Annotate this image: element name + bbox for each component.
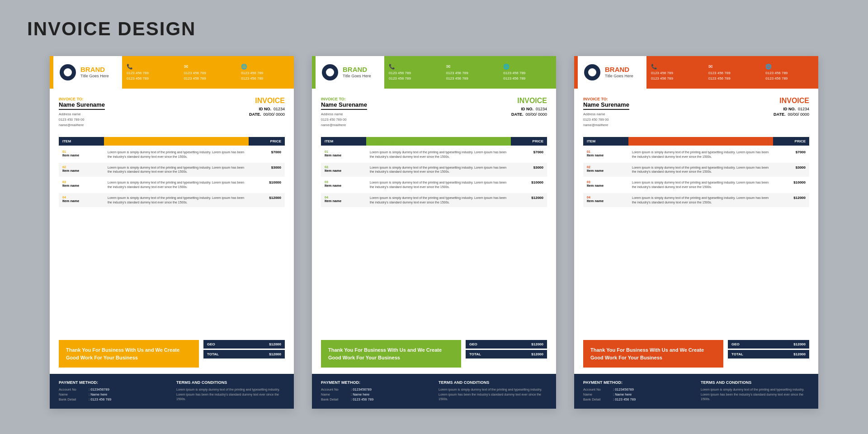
- td-price: $10000: [511, 178, 547, 192]
- contact-block-0: 📞 0123 456 789 0123 456 789: [122, 56, 179, 89]
- brand-logo: [60, 64, 76, 80]
- td-item: 02 Item name: [321, 163, 366, 177]
- invoice-footer-top: Thank You For Business With Us and We Cr…: [321, 340, 547, 368]
- td-item: 04 Item name: [583, 193, 628, 208]
- td-price: $10000: [773, 178, 809, 192]
- thank-you-block: Thank You For Business With Us and We Cr…: [59, 340, 199, 368]
- contact-line1-2: 0123 456 789: [765, 71, 788, 75]
- contact-line2-1: 0123 456 789: [708, 76, 731, 81]
- invoice-totals: GEO $12000 TOTAL $12000: [203, 340, 285, 368]
- td-item-num: 03: [587, 180, 625, 184]
- brand-name: BRAND: [80, 66, 109, 74]
- contact-line2-1: 0123 456 789: [184, 76, 206, 81]
- contact-icon-2: 🌐: [241, 64, 247, 70]
- td-item: 04 Item name: [59, 193, 104, 208]
- brand-logo-inner: [588, 68, 596, 76]
- payment-footer: PAYMENT METHOD: Account No : 0123456789 …: [50, 374, 294, 409]
- total-label: TOTAL: [469, 352, 481, 356]
- table-row: 01 Item name Lorem ipsum is simply dummy…: [59, 147, 285, 162]
- td-item-num: 02: [325, 165, 363, 169]
- th-desc: DESCRIPTION: [628, 137, 773, 146]
- invoice-to-details: Address name 0123 450 789 00 name@mailhe…: [59, 112, 105, 128]
- payment-title: PAYMENT METHOD:: [59, 380, 167, 385]
- td-desc: Lorem ipsum is simply dummy text of the …: [366, 147, 511, 162]
- td-price: $3000: [511, 163, 547, 177]
- brand-logo-inner: [326, 68, 334, 76]
- brand-logo-inner: [64, 68, 72, 76]
- payment-title: PAYMENT METHOD:: [321, 380, 429, 385]
- payment-method: PAYMENT METHOD: Account No : 0123456789 …: [321, 380, 429, 402]
- invoice-info-row: INVOICE TO: Name Surename Address name 0…: [312, 89, 556, 132]
- td-item-num: 04: [587, 196, 625, 199]
- td-item: 01 Item name: [59, 147, 104, 162]
- terms-block: TERMS AND CONDITIONS Lorem ipsum is simp…: [439, 380, 547, 402]
- total-row-total: TOTAL $12000: [728, 350, 809, 359]
- td-item-num: 01: [62, 150, 100, 153]
- invoice-id: ID NO. 01234: [249, 107, 285, 111]
- contact-icon-0: 📞: [389, 64, 395, 70]
- td-item: 02 Item name: [59, 163, 104, 177]
- contact-line1-2: 0123 456 789: [503, 71, 525, 75]
- td-item-name: Item name: [62, 153, 100, 157]
- header-contacts: 📞 0123 456 789 0123 456 789 ✉ 0123 456 7…: [122, 56, 294, 89]
- td-item-num: 02: [62, 165, 100, 169]
- td-item-name: Item name: [325, 169, 363, 173]
- payment-account: Account No : 0123456789: [321, 387, 429, 392]
- brand-block: BRAND Title Goes Here: [312, 56, 384, 89]
- th-item: ITEM: [321, 137, 366, 146]
- payment-bank: Bank Detail : 0123 456 789: [583, 397, 692, 401]
- contact-block-2: 🌐 0123 456 789 0123 456 789: [761, 56, 818, 89]
- contact-block-0: 📞 0123 456 789 0123 456 789: [646, 56, 704, 89]
- brand-subtitle: Title Goes Here: [343, 74, 371, 79]
- invoice-header: BRAND Title Goes Here 📞 0123 456 789 012…: [312, 56, 556, 89]
- contact-line2-0: 0123 456 789: [389, 76, 411, 81]
- terms-title: TERMS AND CONDITIONS: [439, 380, 547, 385]
- contact-block-0: 📞 0123 456 789 0123 456 789: [384, 56, 442, 89]
- contact-line1-1: 0123 456 789: [708, 71, 731, 75]
- brand-logo: [322, 64, 338, 80]
- brand-block: BRAND Title Goes Here: [574, 56, 646, 89]
- header-contacts: 📞 0123 456 789 0123 456 789 ✉ 0123 456 7…: [646, 56, 818, 89]
- td-desc: Lorem ipsum is simply dummy text of the …: [104, 147, 249, 162]
- thank-you-block: Thank You For Business With Us and We Cr…: [583, 340, 723, 368]
- td-price: $3000: [773, 163, 809, 177]
- terms-text: Lorem ipsum is simply dummy text of the …: [701, 387, 809, 402]
- td-desc: Lorem ipsum is simply dummy text of the …: [104, 163, 249, 177]
- total-row-geo: GEO $12000: [203, 340, 285, 349]
- payment-name: Name : Name here: [321, 392, 429, 396]
- contact-icon-2: 🌐: [765, 64, 772, 70]
- td-desc: Lorem ipsum is simply dummy text of the …: [628, 178, 773, 192]
- invoice-card-orange: BRAND Title Goes Here 📞 0123 456 789 012…: [574, 56, 818, 409]
- payment-footer: PAYMENT METHOD: Account No : 0123456789 …: [574, 374, 818, 409]
- invoice-to-block: INVOICE TO: Name Surename Address name 0…: [583, 97, 629, 128]
- contact-line1-0: 0123 456 789: [127, 71, 149, 75]
- contact-line1-0: 0123 456 789: [389, 71, 411, 75]
- terms-title: TERMS AND CONDITIONS: [701, 380, 809, 385]
- contact-icon-1: ✉: [184, 64, 188, 70]
- invoice-to-name: Name Surename: [321, 101, 367, 110]
- invoice-card-green: BRAND Title Goes Here 📞 0123 456 789 012…: [312, 56, 556, 409]
- td-desc: Lorem ipsum is simply dummy text of the …: [104, 193, 249, 208]
- td-item-name: Item name: [587, 184, 625, 188]
- th-item: ITEM: [583, 137, 628, 146]
- invoice-to-label: INVOICE TO:: [59, 97, 105, 101]
- total-label: GEO: [731, 342, 740, 346]
- invoice-meta-title: INVOICE: [774, 97, 809, 105]
- total-row-geo: GEO $12000: [466, 340, 547, 349]
- contact-icon-1: ✉: [708, 64, 712, 70]
- payment-method: PAYMENT METHOD: Account No : 0123456789 …: [59, 380, 167, 402]
- total-value: $12000: [793, 352, 806, 356]
- td-price: $10000: [249, 178, 285, 192]
- thank-you-block: Thank You For Business With Us and We Cr…: [321, 340, 461, 368]
- td-item-num: 04: [325, 196, 363, 199]
- brand-subtitle: Title Goes Here: [80, 74, 109, 79]
- total-value: $12000: [531, 352, 543, 356]
- terms-block: TERMS AND CONDITIONS Lorem ipsum is simp…: [176, 380, 285, 402]
- table-row: 02 Item name Lorem ipsum is simply dummy…: [59, 163, 285, 177]
- table-row: 02 Item name Lorem ipsum is simply dummy…: [321, 163, 547, 177]
- td-item-num: 01: [587, 150, 625, 153]
- contact-icon-2: 🌐: [503, 64, 509, 70]
- td-item-name: Item name: [62, 199, 100, 203]
- td-item-num: 02: [587, 165, 625, 169]
- invoice-to-name: Name Surename: [59, 101, 105, 110]
